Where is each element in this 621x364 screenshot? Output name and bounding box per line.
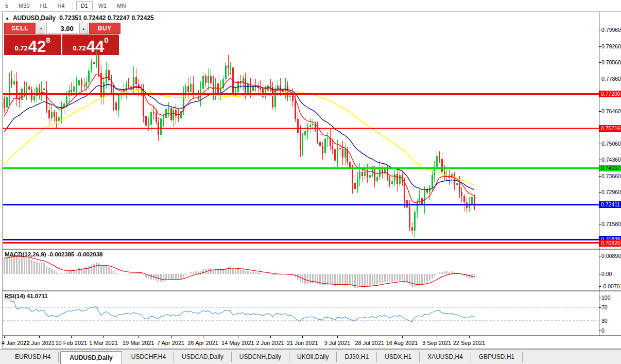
rsi-tick-label: 70 [601,304,608,310]
hline-0.75716[interactable] [3,128,599,129]
price-tick-mark [599,30,601,30]
timeframe-button-m30[interactable]: M30 [14,1,34,10]
toolbar-divider [73,2,73,10]
price-tick-label: 0.79260 [601,43,621,49]
timeframe-button-h4[interactable]: H4 [53,1,70,10]
chart-tab-usdchf-h4[interactable]: USDCHF,H4 [124,352,174,362]
date-tick-mark [370,336,370,338]
timeframe-button-5[interactable]: 5 [1,1,13,10]
price-tick-mark [599,224,601,224]
date-tick-mark [402,336,403,338]
chart-window-top-border [2,11,621,12]
hline-0.70820[interactable] [3,242,599,244]
macd-tick-label: 0.00890 [601,253,621,259]
price-tick-label: 0.72960 [601,189,621,195]
price-tick-mark [599,46,601,47]
hline-0.70836[interactable] [3,239,599,240]
macd-rsi-divider[interactable] [3,290,621,291]
rsi-indicator-canvas[interactable] [3,292,599,335]
rsi-tick-label: 0 [601,327,605,334]
date-tick-mark [71,336,72,338]
timeframe-button-h1[interactable]: H1 [36,1,52,10]
macd-label: MACD(12,26,9) -0.002385 -0.002038 [5,251,103,257]
rsi-tick-label: 100 [601,294,611,301]
macd-tick-mark [599,274,601,274]
date-tick-mark [270,336,271,338]
price-tag-0.74007[interactable]: 0.74007 [599,165,621,171]
date-tick-mark [238,336,238,338]
rsi-dateaxis-divider [3,335,621,336]
price-tick-label: 0.78560 [601,59,621,65]
rsi-tick-mark [599,307,601,308]
price-tick-mark [599,192,601,193]
chart-window-left-border [2,11,3,349]
dateaxis-bottom-border [3,348,621,349]
date-tick-mark [203,336,203,338]
price-tag-0.72411[interactable]: 0.72411 [599,201,621,208]
rsi-tick-mark [599,298,601,298]
chart-tab-usdcad-daily[interactable]: USDCAD,Daily [174,352,232,362]
timeframe-button-w1[interactable]: W1 [94,1,112,10]
chart-tab-gbpusd-h1[interactable]: GBPUSD,H1 [471,352,523,362]
price-chart-canvas[interactable] [3,12,599,249]
date-tick-mark [469,336,470,338]
chart-tab-eurusd-h4[interactable]: EURUSD,H4 [7,352,59,362]
timeframe-toolbar: 5M30H1H4D1W1MN [0,0,621,12]
price-tick-label: 0.77860 [601,76,621,82]
chart-tab-dj30-h1[interactable]: DJ30,H1 [337,352,377,362]
hline-0.77200[interactable] [3,93,599,95]
macd-tick-label: -0.00701 [601,283,621,289]
date-tick-mark [4,336,5,338]
date-tick-mark [437,336,437,338]
rsi-tick-label: 30 [601,318,608,324]
price-tag-0.75716[interactable]: 0.75716 [599,125,621,132]
chart-tab-ukoil-daily[interactable]: UKOil,Daily [289,352,337,362]
date-tick-mark [139,336,139,338]
price-tick-mark [599,144,601,144]
price-tag-0.70820[interactable]: 0.70820 [599,240,621,247]
hline-0.74007[interactable] [3,167,599,169]
price-tick-label: 0.75060 [601,141,621,147]
date-tick-mark [171,336,171,338]
macd-tick-mark [599,286,601,287]
price-macd-divider[interactable] [3,249,621,250]
price-axis-border [599,12,599,336]
price-tag-0.77200[interactable]: 0.77200 [599,91,621,97]
price-tick-mark [599,111,601,112]
rsi-label: RSI(14) 41.0711 [5,293,48,299]
chart-tab-usdx-h1[interactable]: USDX,H1 [377,352,420,362]
date-tick-mark [302,336,303,338]
mt4-terminal: { "toolbar": { "timeframes_left": ["5","… [0,0,621,364]
price-tick-label: 0.74360 [601,157,621,163]
price-tick-label: 0.71580 [601,221,621,227]
macd-tick-label: 0.00 [601,271,612,277]
date-tick-label: 22 Sep 2021 [446,340,492,346]
macd-tick-mark [599,256,601,256]
date-tick-mark [104,336,104,338]
chart-tab-xauusd-h4[interactable]: XAUUSD,H4 [420,352,471,362]
chart-tab-bar: EURUSD,H4AUDUSD,DailyUSDCHF,H4USDCAD,Dai… [0,349,621,364]
rsi-tick-mark [599,321,601,321]
price-tick-label: 0.76460 [601,108,621,114]
rsi-tick-mark [599,331,601,331]
date-tick-mark [337,336,338,338]
horizontal-lines [3,93,599,244]
price-tick-mark [599,79,601,79]
hline-0.72411[interactable] [3,204,599,205]
date-tick-mark [39,336,40,338]
price-tick-label: 0.79960 [601,27,621,33]
timeframe-button-mn[interactable]: MN [112,1,130,10]
timeframe-button-d1[interactable]: D1 [76,1,93,10]
price-tick-mark [599,62,601,63]
price-tick-label: 0.73660 [601,173,621,179]
price-tick-mark [599,160,601,160]
price-tick-mark [599,176,601,177]
chart-tab-audusd-daily[interactable]: AUDUSD,Daily [60,351,122,364]
chart-tab-usdcnh-daily[interactable]: USDCNH,Daily [232,352,289,362]
